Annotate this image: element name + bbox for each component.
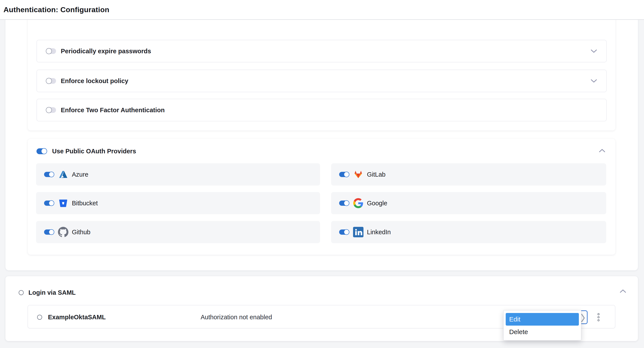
toggle-knob (46, 107, 52, 113)
saml-entry-name: ExampleOktaSAML (48, 305, 106, 329)
setting-label: Enforce lockout policy (61, 77, 128, 85)
setting-label: Periodically expire passwords (61, 48, 151, 55)
provider-name: Azure (72, 171, 88, 178)
github-toggle[interactable] (44, 230, 54, 235)
page-header: Authentication: Configuration (0, 0, 644, 20)
setting-row-expire-passwords: Periodically expire passwords (36, 40, 607, 62)
saml-header-row: Login via SAML (19, 276, 629, 309)
toggle-knob (344, 171, 349, 177)
saml-entry-status: Authorization not enabled (201, 305, 272, 329)
provider-name: GitLab (367, 171, 386, 178)
caret-right-icon (581, 312, 586, 323)
toggle-knob (46, 48, 52, 54)
two-factor-toggle[interactable] (46, 107, 56, 113)
chevron-up-icon[interactable] (599, 149, 605, 152)
provider-row-google: Google (331, 192, 606, 214)
oauth-header-row: Use Public OAuth Providers (36, 139, 607, 163)
toggle-knob (49, 229, 54, 235)
toggle-knob (41, 148, 47, 154)
gitlab-icon (353, 169, 364, 180)
azure-toggle[interactable] (44, 172, 54, 177)
toggle-knob (344, 229, 349, 235)
menu-item-edit[interactable]: Edit (506, 313, 579, 326)
oauth-master-toggle[interactable] (36, 148, 47, 154)
expire-passwords-toggle[interactable] (46, 48, 56, 54)
azure-icon (58, 169, 68, 180)
saml-radio[interactable] (19, 290, 24, 295)
setting-row-two-factor: Enforce Two Factor Authentication (36, 99, 607, 121)
menu-item-delete[interactable]: Delete (506, 326, 579, 338)
context-menu: Edit Delete (503, 310, 581, 340)
toggle-knob (344, 200, 349, 206)
provider-row-gitlab: GitLab (331, 163, 606, 186)
provider-row-github: Github (36, 221, 320, 243)
provider-name: Google (367, 200, 387, 207)
toggle-knob (46, 78, 52, 84)
provider-row-linkedin: LinkedIn (331, 221, 606, 243)
provider-row-bitbucket: Bitbucket (36, 192, 320, 214)
kebab-menu-icon[interactable] (594, 311, 603, 323)
setting-row-lockout-policy: Enforce lockout policy (36, 70, 607, 92)
password-settings-panel: Password settings Periodically expire pa… (28, 1, 615, 130)
setting-label: Enforce Two Factor Authentication (61, 107, 165, 114)
google-toggle[interactable] (339, 201, 349, 206)
toggle-knob (49, 171, 54, 177)
provider-name: Bitbucket (72, 200, 98, 207)
lockout-policy-toggle[interactable] (46, 78, 56, 84)
chevron-down-icon[interactable] (590, 79, 597, 83)
bitbucket-toggle[interactable] (44, 201, 54, 206)
bitbucket-icon (58, 198, 68, 208)
gitlab-toggle[interactable] (339, 172, 349, 177)
provider-name: LinkedIn (367, 229, 391, 236)
linkedin-toggle[interactable] (339, 230, 349, 235)
linkedin-icon (353, 227, 364, 237)
toggle-knob (49, 200, 54, 206)
page-title: Authentication: Configuration (4, 6, 109, 14)
google-icon (353, 198, 364, 208)
provider-name: Github (72, 229, 90, 236)
chevron-down-icon[interactable] (590, 49, 597, 53)
saml-entry-radio[interactable] (37, 315, 42, 320)
chevron-up-icon[interactable] (620, 289, 626, 293)
oauth-section-title: Use Public OAuth Providers (52, 148, 136, 155)
github-icon (58, 227, 68, 237)
provider-row-azure: Azure (36, 163, 320, 186)
oauth-providers-panel: Use Public OAuth Providers Azure (28, 139, 615, 255)
saml-section-title: Login via SAML (28, 289, 76, 296)
